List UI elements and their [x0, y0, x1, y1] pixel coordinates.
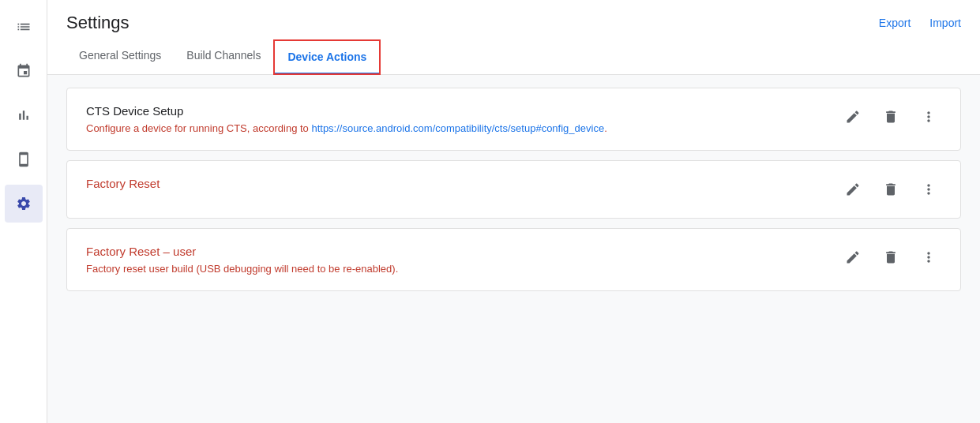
more-button[interactable]: [916, 104, 941, 129]
delete-icon: [883, 182, 899, 197]
card-cts-desc-end: .: [604, 122, 607, 134]
card-cts-device-setup: CTS Device Setup Configure a device for …: [66, 88, 961, 151]
list-icon: [16, 19, 32, 35]
more-vert-icon: [921, 182, 937, 197]
more-button[interactable]: [916, 245, 941, 270]
card-cts-link[interactable]: https://source.android.com/compatibility…: [311, 122, 604, 134]
delete-icon: [883, 249, 899, 265]
export-link[interactable]: Export: [879, 17, 911, 29]
sidebar-item-list[interactable]: [5, 8, 43, 46]
tabs-bar: General Settings Build Channels Device A…: [47, 39, 980, 75]
delete-button[interactable]: [878, 104, 903, 129]
card-cts-desc-text: Configure a device for running CTS, acco…: [86, 122, 311, 134]
edit-icon: [845, 249, 861, 265]
card-factory-reset-user-actions: [840, 245, 941, 270]
calendar-icon: [16, 63, 32, 79]
delete-icon: [883, 109, 899, 125]
card-factory-reset-user: Factory Reset – user Factory reset user …: [66, 228, 961, 291]
card-factory-reset: Factory Reset: [66, 160, 961, 219]
main-content: Settings Export Import General Settings …: [47, 0, 980, 423]
card-factory-reset-body: Factory Reset: [86, 177, 828, 195]
chart-icon: [16, 107, 32, 123]
card-cts-body: CTS Device Setup Configure a device for …: [86, 104, 828, 134]
card-factory-reset-user-title: Factory Reset – user: [86, 245, 828, 258]
card-factory-reset-user-body: Factory Reset – user Factory reset user …: [86, 245, 828, 275]
edit-button[interactable]: [840, 104, 865, 129]
sidebar: [0, 0, 47, 423]
card-cts-desc: Configure a device for running CTS, acco…: [86, 122, 828, 134]
sidebar-item-chart[interactable]: [5, 96, 43, 134]
import-link[interactable]: Import: [929, 17, 961, 29]
delete-button[interactable]: [878, 245, 903, 270]
header-actions: Export Import: [879, 17, 961, 29]
sidebar-item-calendar[interactable]: [5, 52, 43, 90]
device-icon: [16, 152, 32, 167]
card-factory-reset-actions: [840, 177, 941, 202]
tab-general-settings[interactable]: General Settings: [66, 39, 174, 75]
card-factory-reset-title: Factory Reset: [86, 177, 828, 190]
page-title: Settings: [66, 13, 130, 33]
more-button[interactable]: [916, 177, 941, 202]
card-cts-actions: [840, 104, 941, 129]
header: Settings Export Import: [47, 0, 980, 33]
more-vert-icon: [921, 109, 937, 125]
edit-button[interactable]: [840, 245, 865, 270]
edit-icon: [845, 109, 861, 125]
settings-icon: [16, 196, 32, 212]
card-cts-title: CTS Device Setup: [86, 104, 828, 118]
sidebar-item-settings[interactable]: [5, 185, 43, 223]
content-area: CTS Device Setup Configure a device for …: [47, 75, 980, 423]
card-factory-reset-user-desc: Factory reset user build (USB debugging …: [86, 263, 828, 275]
edit-button[interactable]: [840, 177, 865, 202]
tab-device-actions[interactable]: Device Actions: [273, 39, 381, 75]
more-vert-icon: [921, 249, 937, 265]
sidebar-item-device[interactable]: [5, 140, 43, 178]
edit-icon: [845, 182, 861, 197]
tab-build-channels[interactable]: Build Channels: [174, 39, 273, 75]
delete-button[interactable]: [878, 177, 903, 202]
